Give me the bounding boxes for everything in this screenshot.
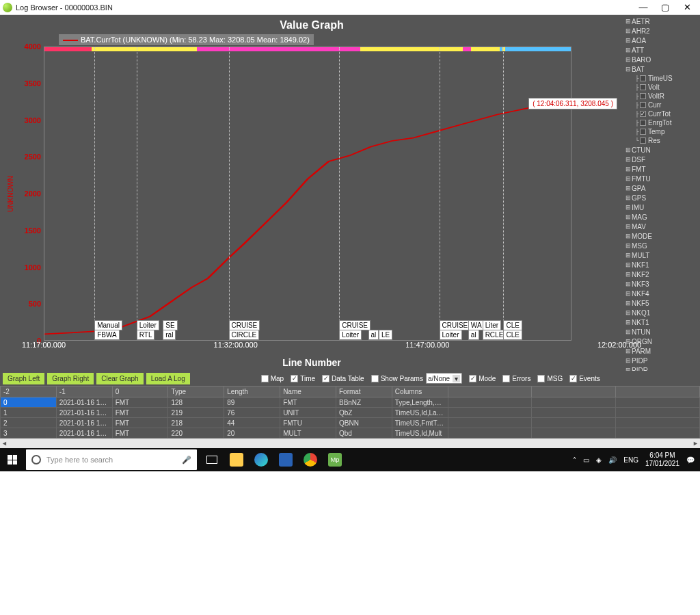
x-axis: 11:17:00.00011:32:00.00011:47:00.00012:0… — [44, 341, 619, 356]
mode-label: CLE — [503, 330, 522, 340]
column-header[interactable]: Format — [336, 387, 392, 397]
mode-label: CRUISE — [229, 320, 260, 330]
mode-checkbox[interactable] — [469, 375, 476, 382]
msg-checkbox[interactable] — [537, 375, 545, 382]
mode-label: Loiter — [137, 320, 159, 330]
language-indicator[interactable]: ENG — [623, 456, 638, 464]
column-header[interactable]: -2 — [1, 387, 57, 397]
tree-item-gps[interactable]: ⊞GPS — [623, 193, 700, 202]
tree-field-volt[interactable]: ├Volt — [623, 83, 700, 92]
column-header[interactable] — [448, 387, 532, 397]
tree-item-nkf3[interactable]: ⊞NKF3 — [623, 279, 700, 289]
task-view-button[interactable] — [201, 448, 223, 471]
minimize-button[interactable]: — — [638, 2, 648, 12]
graph-right-button[interactable]: Graph Right — [47, 373, 94, 384]
battery-icon[interactable]: ▭ — [583, 456, 589, 464]
tree-item-mag[interactable]: ⊞MAG — [623, 212, 700, 222]
tree-item-ntun[interactable]: ⊞NTUN — [623, 327, 700, 337]
tree-item-imu[interactable]: ⊞IMU — [623, 202, 700, 212]
mic-icon[interactable]: 🎤 — [182, 456, 191, 464]
tree-field-res[interactable]: └Res — [623, 136, 700, 145]
tree-field-currtot[interactable]: ├CurrTot — [623, 109, 700, 118]
clear-graph-button[interactable]: Clear Graph — [96, 373, 143, 384]
table-row[interactable]: 22021-01-16 11:1...FMT21844FMTUQBNNTimeU… — [1, 418, 700, 428]
tree-item-nkf2[interactable]: ⊞NKF2 — [623, 270, 700, 279]
tree-item-nkf5[interactable]: ⊞NKF5 — [623, 298, 700, 308]
column-header[interactable] — [532, 387, 616, 397]
tree-item-pidp[interactable]: ⊞PIDP — [623, 356, 700, 365]
tree-item-att[interactable]: ⊞ATT — [623, 45, 700, 55]
tree-item-pidr[interactable]: ⊞PIDR — [623, 365, 700, 371]
x-axis-label: Line Number — [4, 357, 619, 368]
table-row[interactable]: 32021-01-16 11:1...FMT22020MULTQbdTimeUS… — [1, 428, 700, 439]
toolbar: Graph Left Graph Right Clear Graph Load … — [0, 371, 700, 386]
tree-item-ahr2[interactable]: ⊞AHR2 — [623, 26, 700, 36]
maximize-button[interactable]: ▢ — [660, 2, 670, 12]
data-grid[interactable]: -2-10TypeLengthNameFormatColumns02021-01… — [0, 386, 700, 448]
show-params-checkbox[interactable] — [371, 375, 379, 382]
graph-left-button[interactable]: Graph Left — [3, 373, 44, 384]
table-row[interactable]: 02021-01-16 11:1...FMT12889FMTBBnNZType,… — [1, 397, 700, 408]
plot-area[interactable]: ( 12:04:06.311, 3208.045 ) ManualFBWALoi… — [44, 47, 571, 341]
map-checkbox[interactable] — [261, 375, 269, 382]
tree-item-mult[interactable]: ⊞MULT — [623, 250, 700, 260]
file-explorer-icon[interactable] — [226, 448, 247, 471]
mode-label: CRUISE — [440, 320, 471, 330]
notification-icon[interactable]: 💬 — [686, 456, 695, 464]
column-header[interactable]: -1 — [56, 387, 112, 397]
mode-select[interactable]: a/None▾ — [426, 373, 462, 384]
horizontal-scrollbar[interactable]: ◄► — [0, 439, 700, 448]
tree-field-voltr[interactable]: ├VoltR — [623, 92, 700, 101]
tree-item-nkq1[interactable]: ⊞NKQ1 — [623, 308, 700, 317]
tree-item-nkf1[interactable]: ⊞NKF1 — [623, 260, 700, 270]
tree-item-mode[interactable]: ⊞MODE — [623, 231, 700, 241]
column-header[interactable]: Columns — [392, 387, 448, 397]
store-icon[interactable] — [275, 448, 297, 471]
tray-chevron-up-icon[interactable]: ˄ — [573, 456, 576, 464]
tree-field-enrgtot[interactable]: ├EnrgTot — [623, 118, 700, 127]
tree-item-nkt1[interactable]: ⊞NKT1 — [623, 317, 700, 327]
time-checkbox[interactable] — [291, 375, 298, 382]
tree-panel[interactable]: ⊞AETR⊞AHR2⊞AOA⊞ATT⊞BARO⊟BAT├TimeUS├Volt├… — [623, 15, 700, 371]
tree-item-fmt[interactable]: ⊞FMT — [623, 164, 700, 174]
tree-item-dsf[interactable]: ⊞DSF — [623, 155, 700, 164]
tree-item-aetr[interactable]: ⊞AETR — [623, 16, 700, 26]
taskbar-search[interactable]: Type here to search 🎤 — [26, 449, 197, 470]
errors-checkbox[interactable] — [502, 375, 510, 382]
search-icon — [31, 455, 41, 464]
column-header[interactable]: Length — [224, 387, 280, 397]
tree-field-temp[interactable]: ├Temp — [623, 127, 700, 136]
tree-item-aoa[interactable]: ⊞AOA — [623, 36, 700, 45]
tree-field-curr[interactable]: ├Curr — [623, 101, 700, 109]
legend: BAT.CurrTot (UNKNOWN) (Min: 58.23 Max: 3… — [59, 34, 314, 45]
column-header[interactable]: 0 — [112, 387, 168, 397]
table-row[interactable]: 12021-01-16 11:1...FMT21976UNITQbZTimeUS… — [1, 408, 700, 418]
titlebar: Log Browser - 00000003.BIN — ▢ ✕ — [0, 0, 700, 15]
column-header[interactable]: Name — [280, 387, 336, 397]
y-axis: 05001000150020002500300035004000 — [16, 47, 44, 341]
load-log-button[interactable]: Load A Log — [146, 373, 190, 384]
column-header[interactable]: Type — [168, 387, 224, 397]
tree-item-mav[interactable]: ⊞MAV — [623, 222, 700, 231]
taskbar-clock[interactable]: 6:04 PM17/01/2021 — [645, 452, 679, 468]
wifi-icon[interactable]: ◈ — [596, 456, 602, 464]
tree-field-timeus[interactable]: ├TimeUS — [623, 74, 700, 83]
tree-item-gpa[interactable]: ⊞GPA — [623, 183, 700, 193]
data-table-checkbox[interactable] — [322, 375, 329, 382]
chrome-icon[interactable] — [299, 448, 321, 471]
volume-icon[interactable]: 🔊 — [608, 456, 617, 464]
events-checkbox[interactable] — [569, 375, 577, 382]
start-button[interactable] — [0, 448, 25, 471]
close-button[interactable]: ✕ — [682, 2, 692, 12]
tree-item-nkf4[interactable]: ⊞NKF4 — [623, 289, 700, 298]
column-header[interactable] — [616, 387, 700, 397]
tree-item-bat[interactable]: ⊟BAT — [623, 64, 700, 74]
edge-icon[interactable] — [250, 448, 272, 471]
mission-planner-icon[interactable]: Mp — [324, 448, 346, 471]
tree-item-msg[interactable]: ⊞MSG — [623, 241, 700, 250]
tree-item-fmtu[interactable]: ⊞FMTU — [623, 174, 700, 183]
tree-item-ctun[interactable]: ⊞CTUN — [623, 145, 700, 155]
tree-item-baro[interactable]: ⊞BARO — [623, 55, 700, 64]
windows-icon — [8, 455, 17, 464]
mode-label: Liter — [483, 320, 501, 330]
